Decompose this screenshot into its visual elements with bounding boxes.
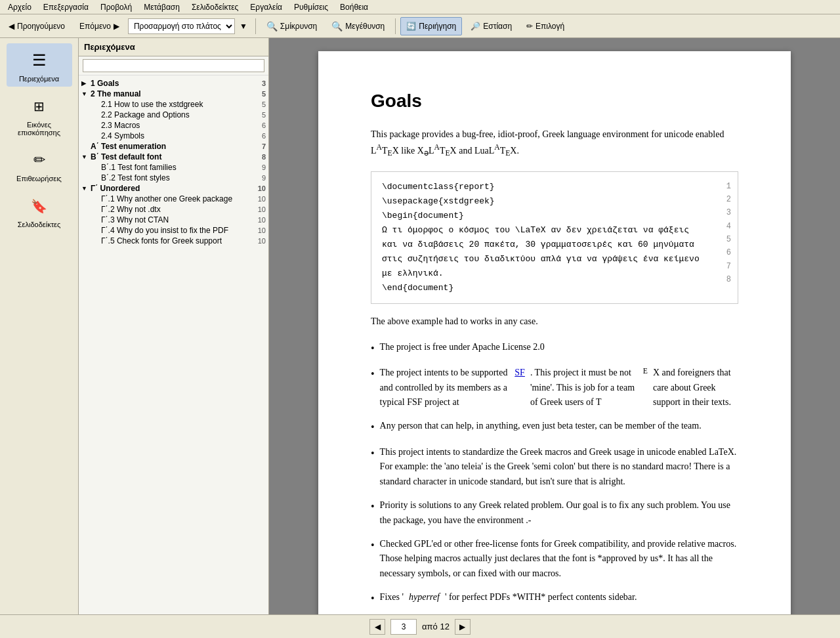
menu-settings[interactable]: Ρυθμίσεις <box>289 1 333 13</box>
toc-num: 8 <box>257 153 266 161</box>
toc-item[interactable]: Β΄.2 Test font styles9 <box>79 173 268 183</box>
toc-item[interactable]: Γ΄.2 Why not .dtx10 <box>79 204 268 215</box>
find-button[interactable]: 🔎 Εστίαση <box>465 17 518 35</box>
menu-edit[interactable]: Επεξεργασία <box>38 1 94 13</box>
toc-label: Β΄.2 Test font styles <box>101 173 170 182</box>
toc-label: 2.4 Symbols <box>101 131 144 140</box>
doc-area: Goals This package provides a bug-free, … <box>269 38 840 614</box>
code-line-num: 2 <box>726 193 731 206</box>
next-page-button[interactable]: ▶ <box>455 619 471 635</box>
menu-tools[interactable]: Εργαλεία <box>245 1 287 13</box>
code-line-num: 8 <box>726 273 731 286</box>
hyperref-italic: hyperref <box>409 590 440 607</box>
zoom-out-label: Σμίκρυνση <box>280 22 317 31</box>
toc-arrow: ▼ <box>81 185 91 192</box>
doc-page: Goals This package provides a bug-free, … <box>318 51 791 614</box>
toc-icon: ☰ <box>26 47 52 74</box>
browse-button[interactable]: 🔄 Περιήγηση <box>400 17 462 35</box>
find-icon: 🔎 <box>471 22 480 31</box>
sidebar-item-review[interactable]: ✏ Επιθεωρήσεις <box>7 143 72 186</box>
fit-select[interactable]: Προσαρμογή στο πλάτος <box>128 18 235 34</box>
toc-num: 3 <box>257 79 266 87</box>
prev-icon: ◀ <box>9 22 14 31</box>
prev-button[interactable]: ◀ Προηγούμενο <box>3 17 71 35</box>
toc-num: 10 <box>253 226 266 234</box>
page-title: Goals <box>371 91 738 112</box>
menu-help[interactable]: Βοήθεια <box>335 1 373 13</box>
code-line-num: 6 <box>726 246 731 259</box>
page-input[interactable] <box>390 619 417 635</box>
toc-num: 5 <box>257 111 266 119</box>
fit-select-wrap: Προσαρμογή στο πλάτος ▼ <box>128 17 251 35</box>
toc-item[interactable]: 2.3 Macros6 <box>79 120 268 131</box>
toc-item[interactable]: 2.2 Package and Options5 <box>79 110 268 120</box>
toc-item[interactable]: Γ΄.4 Why do you insist to fix the PDF10 <box>79 225 268 236</box>
bullet-item: Fixes 'hyperref' for perfect PDFs *WITH*… <box>371 590 738 607</box>
toc-item[interactable]: 2.4 Symbols6 <box>79 131 268 141</box>
zoom-in-icon: 🔍 <box>331 21 343 32</box>
toc-label: Γ΄ Unordered <box>91 184 140 193</box>
doc-scroll[interactable]: Goals This package provides a bug-free, … <box>269 38 840 614</box>
toc-num: 6 <box>257 121 266 129</box>
bullet-item: This project intents to standardize the … <box>371 445 738 489</box>
toc-arrow: ▼ <box>81 154 91 160</box>
toc-num: 10 <box>253 237 266 245</box>
bullet-item: Any person that can help, in anything, e… <box>371 419 738 436</box>
toc-num: 10 <box>253 195 266 203</box>
toc-label: Β΄.1 Test font families <box>101 163 177 172</box>
sidebar-item-bookmarks[interactable]: 🔖 Σελιδοδείκτες <box>7 189 72 232</box>
toc-item[interactable]: ▶1 Goals3 <box>79 78 268 89</box>
toc-search-area <box>79 56 268 75</box>
toc-label: 2.1 How to use the xstdgreek <box>101 100 203 109</box>
sidebar-item-toc[interactable]: ☰ Περιεχόμενα <box>7 43 72 87</box>
menu-bookmarks[interactable]: Σελιδοδείκτες <box>186 1 243 13</box>
bookmarks-icon: 🔖 <box>26 193 52 219</box>
menu-file[interactable]: Αρχείο <box>3 1 37 13</box>
toc-search-input[interactable] <box>83 59 264 72</box>
sidebar-review-label: Επιθεωρήσεις <box>16 175 62 182</box>
toc-tree: ▶1 Goals3▼2 The manual52.1 How to use th… <box>79 75 268 614</box>
toc-label: Γ΄.2 Why not .dtx <box>101 205 161 214</box>
menu-view[interactable]: Προβολή <box>95 1 137 13</box>
toc-label: Α΄ Test enumeration <box>91 142 166 151</box>
sidebar-bookmarks-label: Σελιδοδείκτες <box>18 221 60 228</box>
toc-label: 2 The manual <box>91 89 141 98</box>
toc-item[interactable]: Α΄ Test enumeration7 <box>79 141 268 152</box>
bottom-bar: ◀ από 12 ▶ <box>0 614 840 638</box>
toc-item[interactable]: Γ΄.1 Why another one Greek package10 <box>79 194 268 204</box>
zoom-in-label: Μεγέθυνση <box>345 22 385 31</box>
toc-label: Γ΄.3 Why not CTAN <box>101 215 169 224</box>
fit-dropdown-btn[interactable]: ▼ <box>236 17 251 35</box>
code-line: \documentclass{report} <box>382 180 727 194</box>
toc-item[interactable]: Γ΄.5 Check fonts for Greek support10 <box>79 236 268 246</box>
toc-item[interactable]: 2.1 How to use the xstdgreek5 <box>79 99 268 110</box>
next-button[interactable]: Επόμενο ▶ <box>74 17 125 35</box>
sf-link[interactable]: SF <box>514 366 525 410</box>
zoom-out-button[interactable]: 🔍 Σμίκρυνση <box>261 17 323 35</box>
zoom-in-button[interactable]: 🔍 Μεγέθυνση <box>326 17 390 35</box>
bullet-list: The project is free under Apache License… <box>371 340 738 614</box>
bullet-item: Checked GPL'ed or other free-license fon… <box>371 537 738 581</box>
bullet-item: The project intents to be supported and … <box>371 366 738 410</box>
toc-item[interactable]: ▼Γ΄ Unordered10 <box>79 183 268 194</box>
toolbar: ◀ Προηγούμενο Επόμενο ▶ Προσαρμογή στο π… <box>0 14 840 38</box>
sidebar: ☰ Περιεχόμενα ⊞ Εικόνες επισκόπησης ✏ Επ… <box>0 38 79 614</box>
intro-text: This package provides a bug-free, idiot-… <box>371 127 738 161</box>
code-line: \usepackage{xstdgreek} <box>382 194 727 209</box>
code-line: \begin{document} <box>382 209 727 223</box>
toc-label: 2.2 Package and Options <box>101 110 190 119</box>
review-icon: ✏ <box>26 147 52 173</box>
page-of-label: από 12 <box>422 622 450 631</box>
toc-item[interactable]: ▼Β΄ Test default font8 <box>79 152 268 162</box>
menu-navigate[interactable]: Μετάβαση <box>138 1 185 13</box>
sidebar-toc-label: Περιεχόμενα <box>19 75 59 83</box>
sidebar-item-thumbs[interactable]: ⊞ Εικόνες επισκόπησης <box>7 89 72 140</box>
select-button[interactable]: ✏ Επιλογή <box>520 17 570 35</box>
toc-header: Περιεχόμενα <box>79 38 268 56</box>
code-line-num: 3 <box>726 206 731 219</box>
toc-item[interactable]: ▼2 The manual5 <box>79 89 268 99</box>
toc-item[interactable]: Γ΄.3 Why not CTAN10 <box>79 215 268 225</box>
prev-page-button[interactable]: ◀ <box>369 619 385 635</box>
toc-item[interactable]: Β΄.1 Test font families9 <box>79 162 268 173</box>
toc-label: 2.3 Macros <box>101 121 140 130</box>
